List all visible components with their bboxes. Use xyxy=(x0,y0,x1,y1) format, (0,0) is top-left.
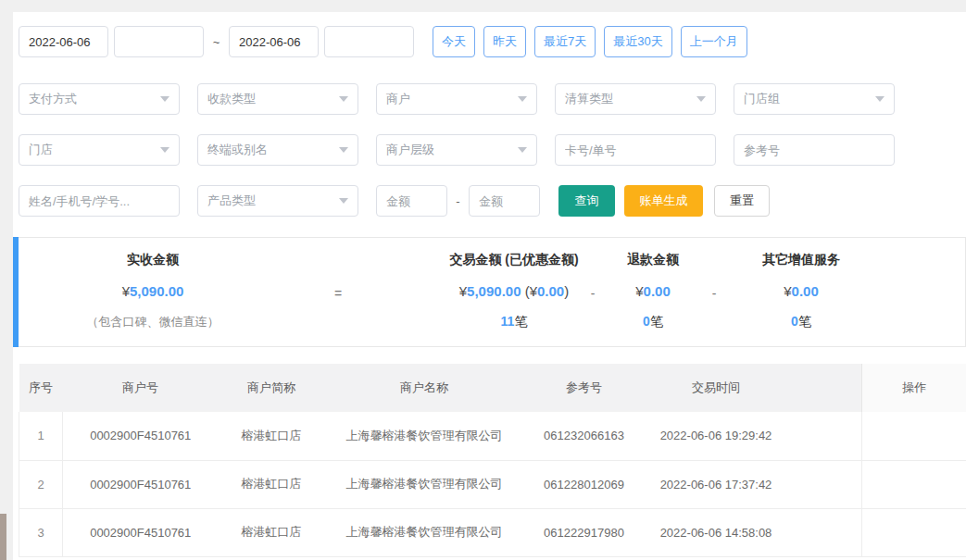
cell-transaction-time: 2022-06-06 17:37:42 xyxy=(645,460,788,508)
receipt-type-placeholder: 收款类型 xyxy=(207,91,256,107)
quick-range-today-button[interactable]: 今天 xyxy=(433,26,475,57)
cell-reference-number: 061232066163 xyxy=(524,412,645,460)
chevron-down-icon xyxy=(518,96,527,102)
count-unit: 笔 xyxy=(798,314,811,329)
cell-merchant-short-name: 榕港虹口店 xyxy=(219,460,325,508)
summary-label: 交易金额 (已优惠金额) xyxy=(449,252,578,268)
transactions-table: 序号 商户号 商户简称 商户名称 参考号 交易时间 操作 1 0002900F4… xyxy=(19,364,966,557)
start-date-input[interactable] xyxy=(19,26,108,57)
summary-label: 退款金额 xyxy=(627,252,679,268)
summary-other-services: 其它增值服务 ¥0.00 0笔 xyxy=(762,238,840,346)
quick-range-yesterday-button[interactable]: 昨天 xyxy=(483,26,526,57)
count-value: 0 xyxy=(643,314,650,329)
end-date-input[interactable] xyxy=(229,26,319,57)
amount-value: 0.00 xyxy=(792,283,819,299)
currency-symbol: ¥ xyxy=(784,283,791,299)
cell-operation xyxy=(862,508,966,556)
cell-spacer xyxy=(788,508,862,556)
chevron-down-icon xyxy=(518,147,527,153)
date-range-separator: ~ xyxy=(204,35,229,49)
amount-min-input[interactable] xyxy=(376,185,447,217)
merchant-level-select[interactable]: 商户层级 xyxy=(376,134,537,166)
discount-value: 0.00 xyxy=(537,283,564,299)
table-header-row: 序号 商户号 商户简称 商户名称 参考号 交易时间 操作 xyxy=(19,364,966,412)
header-operation: 操作 xyxy=(862,364,966,412)
table-row[interactable]: 1 0002900F4510761 榕港虹口店 上海馨榕港餐饮管理有限公司 06… xyxy=(19,412,966,460)
quick-range-last30days-button[interactable]: 最近30天 xyxy=(604,26,671,57)
chevron-down-icon xyxy=(339,198,348,204)
store-group-select[interactable]: 门店组 xyxy=(734,83,895,115)
summary-count: 0笔 xyxy=(643,314,663,330)
generate-bill-button[interactable]: 账单生成 xyxy=(624,185,703,217)
reference-number-input[interactable] xyxy=(734,134,895,166)
header-merchant-short-name: 商户简称 xyxy=(219,364,325,412)
summary-amount: ¥5,090.00 xyxy=(122,283,184,299)
cell-merchant-id: 0002900F4510761 xyxy=(63,460,219,508)
summary-received-amount: 实收金额 ¥5,090.00 （包含口碑、微信直连） xyxy=(87,238,220,346)
cell-merchant-name: 上海馨榕港餐饮管理有限公司 xyxy=(325,508,524,556)
summary-amount: ¥5,090.00 (¥0.00) xyxy=(459,283,569,299)
summary-label: 其它增值服务 xyxy=(762,252,840,268)
settlement-type-select[interactable]: 清算类型 xyxy=(555,83,716,115)
scrollbar-thumb[interactable] xyxy=(0,514,6,560)
table-row[interactable]: 3 0002900F4510761 榕港虹口店 上海馨榕港餐饮管理有限公司 06… xyxy=(19,508,966,556)
summary-count: 0笔 xyxy=(791,314,811,330)
reset-button[interactable]: 重置 xyxy=(714,185,770,217)
settlement-type-placeholder: 清算类型 xyxy=(565,91,613,107)
cell-index: 2 xyxy=(19,460,63,508)
terminal-alias-placeholder: 终端或别名 xyxy=(207,142,268,158)
card-order-number-input[interactable] xyxy=(555,134,716,166)
cell-merchant-id: 0002900F4510761 xyxy=(63,412,219,460)
payment-method-placeholder: 支付方式 xyxy=(29,91,77,107)
summary-transaction-amount: 交易金额 (已优惠金额) ¥5,090.00 (¥0.00) 11笔 xyxy=(449,238,578,346)
payment-method-select[interactable]: 支付方式 xyxy=(19,83,180,115)
cell-transaction-time: 2022-06-06 14:58:08 xyxy=(645,508,788,556)
header-merchant-id: 商户号 xyxy=(63,364,219,412)
merchant-select[interactable]: 商户 xyxy=(376,83,537,115)
cell-reference-number: 061222917980 xyxy=(524,508,645,556)
name-phone-studentid-input[interactable] xyxy=(19,185,180,217)
cell-merchant-short-name: 榕港虹口店 xyxy=(219,508,325,556)
summary-strip: 实收金额 ¥5,090.00 （包含口碑、微信直连） = 交易金额 (已优惠金额… xyxy=(13,237,966,347)
start-time-input[interactable] xyxy=(114,26,204,57)
summary-operator-minus-1: - xyxy=(591,286,596,301)
quick-range-last7days-button[interactable]: 最近7天 xyxy=(534,26,596,57)
terminal-alias-select[interactable]: 终端或别名 xyxy=(197,134,358,166)
header-index: 序号 xyxy=(19,364,63,412)
chevron-down-icon xyxy=(339,96,348,102)
cell-spacer xyxy=(788,412,862,460)
discount-close: ) xyxy=(564,283,569,299)
store-select[interactable]: 门店 xyxy=(19,134,180,166)
currency-symbol: ¥ xyxy=(459,283,467,299)
discount-open: (¥ xyxy=(525,283,537,299)
cell-operation xyxy=(862,412,966,460)
summary-operator-equals: = xyxy=(334,286,342,301)
summary-note: （包含口碑、微信直连） xyxy=(87,314,220,330)
query-panel: ~ 今天 昨天 最近7天 最近30天 上一个月 支付方式 收款类型 商户 清算类… xyxy=(13,12,966,560)
summary-count: 11笔 xyxy=(501,314,528,330)
search-button[interactable]: 查询 xyxy=(558,185,615,217)
store-placeholder: 门店 xyxy=(29,142,53,158)
summary-label: 实收金额 xyxy=(127,252,179,268)
amount-max-input[interactable] xyxy=(469,185,540,217)
cell-merchant-name: 上海馨榕港餐饮管理有限公司 xyxy=(325,412,524,460)
count-value: 0 xyxy=(791,314,798,329)
filter-row-3: 产品类型 - 查询 账单生成 重置 xyxy=(19,185,966,217)
end-time-input[interactable] xyxy=(324,26,414,57)
quick-range-lastmonth-button[interactable]: 上一个月 xyxy=(681,26,747,57)
cell-merchant-id: 0002900F4510761 xyxy=(63,508,219,556)
amount-value: 5,090.00 xyxy=(467,283,521,299)
cell-spacer xyxy=(788,460,862,508)
chevron-down-icon xyxy=(696,96,706,102)
table-row[interactable]: 2 0002900F4510761 榕港虹口店 上海馨榕港餐饮管理有限公司 06… xyxy=(19,460,966,508)
receipt-type-select[interactable]: 收款类型 xyxy=(197,83,358,115)
product-type-select[interactable]: 产品类型 xyxy=(197,185,358,217)
summary-refund-amount: 退款金额 ¥0.00 0笔 xyxy=(627,238,679,346)
amount-value: 5,090.00 xyxy=(130,283,183,299)
product-type-placeholder: 产品类型 xyxy=(207,193,256,209)
count-unit: 笔 xyxy=(514,314,527,329)
date-range-row: ~ 今天 昨天 最近7天 最近30天 上一个月 xyxy=(19,26,966,57)
chevron-down-icon xyxy=(339,147,348,153)
header-transaction-time: 交易时间 xyxy=(645,364,788,412)
summary-operator-minus-2: - xyxy=(712,286,717,301)
